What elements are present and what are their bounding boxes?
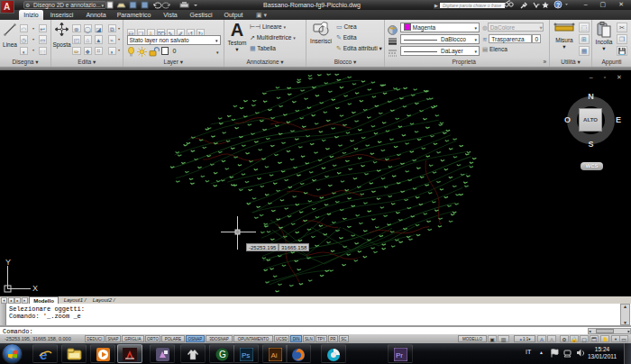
svg-text:Ai: Ai xyxy=(270,351,277,359)
svg-text:X: X xyxy=(32,284,38,293)
svg-text:?: ? xyxy=(556,2,560,8)
svg-text:Y: Y xyxy=(5,258,11,267)
svg-text:G: G xyxy=(219,350,226,359)
svg-text:Pr: Pr xyxy=(396,351,403,359)
svg-text:Ps: Ps xyxy=(242,351,250,359)
